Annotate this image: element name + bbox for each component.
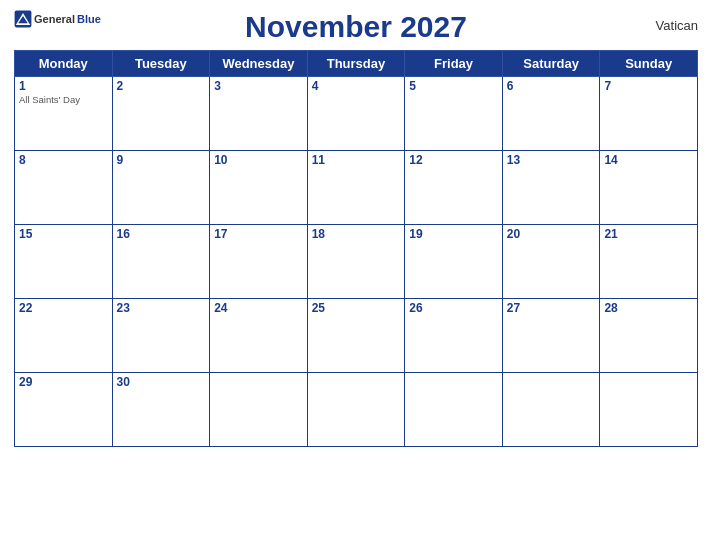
day-number: 11 [312,153,401,167]
header-monday: Monday [15,51,113,77]
day-number: 21 [604,227,693,241]
day-cell [600,373,698,447]
day-cell: 3 [210,77,308,151]
day-cell: 28 [600,299,698,373]
day-cell: 8 [15,151,113,225]
day-number: 12 [409,153,498,167]
day-number: 25 [312,301,401,315]
day-cell: 30 [112,373,210,447]
day-number: 22 [19,301,108,315]
day-number: 18 [312,227,401,241]
day-cell: 23 [112,299,210,373]
day-cell: 25 [307,299,405,373]
day-cell [210,373,308,447]
holiday-label: All Saints' Day [19,94,108,105]
day-number: 19 [409,227,498,241]
day-cell: 17 [210,225,308,299]
day-cell: 14 [600,151,698,225]
day-number: 4 [312,79,401,93]
region-label: Vatican [656,18,698,33]
day-cell: 10 [210,151,308,225]
logo-icon [14,10,32,28]
weekday-header-row: Monday Tuesday Wednesday Thursday Friday… [15,51,698,77]
day-number: 8 [19,153,108,167]
calendar-wrapper: GeneralBlue November 2027 Vatican Monday… [0,0,712,550]
day-number: 17 [214,227,303,241]
calendar-title: November 2027 [245,10,467,44]
week-row-4: 22232425262728 [15,299,698,373]
day-cell: 21 [600,225,698,299]
day-cell [502,373,600,447]
logo-text: GeneralBlue [14,10,101,28]
day-number: 1 [19,79,108,93]
day-number: 26 [409,301,498,315]
logo-blue: Blue [77,13,101,25]
day-number: 5 [409,79,498,93]
day-number: 15 [19,227,108,241]
header-saturday: Saturday [502,51,600,77]
calendar-body: 1All Saints' Day234567891011121314151617… [15,77,698,447]
day-cell: 18 [307,225,405,299]
day-cell: 1All Saints' Day [15,77,113,151]
day-cell: 11 [307,151,405,225]
day-cell: 26 [405,299,503,373]
day-number: 16 [117,227,206,241]
day-number: 14 [604,153,693,167]
day-cell [405,373,503,447]
day-cell: 24 [210,299,308,373]
day-cell: 4 [307,77,405,151]
day-number: 30 [117,375,206,389]
header-tuesday: Tuesday [112,51,210,77]
day-cell: 7 [600,77,698,151]
day-cell: 15 [15,225,113,299]
week-row-2: 891011121314 [15,151,698,225]
day-cell: 12 [405,151,503,225]
header-thursday: Thursday [307,51,405,77]
day-number: 27 [507,301,596,315]
day-cell: 27 [502,299,600,373]
day-cell: 13 [502,151,600,225]
day-number: 6 [507,79,596,93]
week-row-5: 2930 [15,373,698,447]
day-number: 7 [604,79,693,93]
header-wednesday: Wednesday [210,51,308,77]
week-row-1: 1All Saints' Day234567 [15,77,698,151]
day-cell: 2 [112,77,210,151]
day-number: 9 [117,153,206,167]
logo-area: GeneralBlue [14,10,101,28]
day-cell: 22 [15,299,113,373]
header-sunday: Sunday [600,51,698,77]
logo-general: General [34,13,75,25]
day-cell: 5 [405,77,503,151]
day-number: 29 [19,375,108,389]
day-number: 13 [507,153,596,167]
day-cell: 29 [15,373,113,447]
day-number: 23 [117,301,206,315]
day-cell: 6 [502,77,600,151]
header-friday: Friday [405,51,503,77]
day-cell: 9 [112,151,210,225]
day-cell: 19 [405,225,503,299]
calendar-table: Monday Tuesday Wednesday Thursday Friday… [14,50,698,447]
day-number: 3 [214,79,303,93]
day-cell: 20 [502,225,600,299]
day-cell: 16 [112,225,210,299]
day-number: 24 [214,301,303,315]
day-number: 10 [214,153,303,167]
day-number: 2 [117,79,206,93]
calendar-header: GeneralBlue November 2027 Vatican [14,10,698,44]
day-cell [307,373,405,447]
day-number: 20 [507,227,596,241]
week-row-3: 15161718192021 [15,225,698,299]
day-number: 28 [604,301,693,315]
